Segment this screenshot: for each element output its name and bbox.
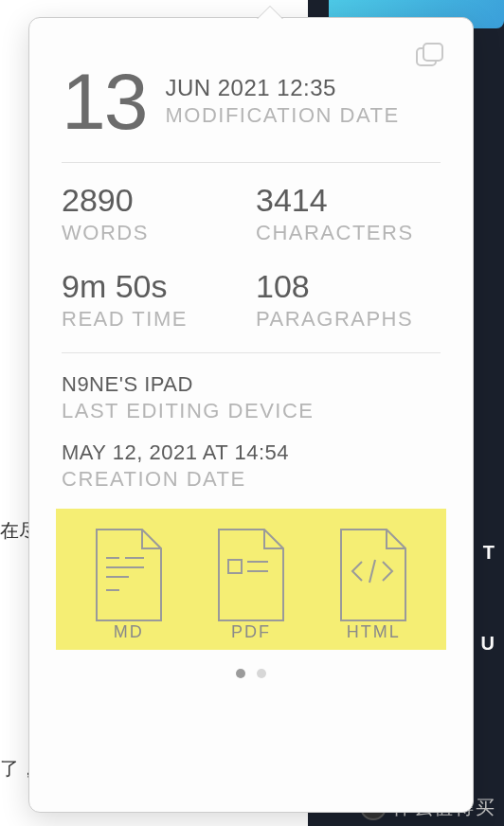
paragraphs-label: PARAGRAPHS xyxy=(256,307,441,332)
stat-paragraphs: 108 PARAGRAPHS xyxy=(256,268,441,332)
stats-grid: 2890 WORDS 3414 CHARACTERS 9m 50s READ T… xyxy=(62,182,441,332)
file-html-icon xyxy=(330,526,417,624)
editing-device-block: N9NE'S IPAD LAST EDITING DEVICE xyxy=(62,372,441,423)
bg-text-fragment: T xyxy=(483,542,495,564)
creation-date-block: MAY 12, 2021 AT 14:54 CREATION DATE xyxy=(62,440,441,492)
export-md-label: MD xyxy=(114,622,144,642)
editing-device-label: LAST EDITING DEVICE xyxy=(62,399,441,423)
divider xyxy=(62,162,441,163)
creation-date-value: MAY 12, 2021 AT 14:54 xyxy=(62,440,441,465)
characters-value: 3414 xyxy=(256,182,441,219)
export-strip: MD PDF HTML xyxy=(56,509,446,650)
read-time-label: READ TIME xyxy=(62,307,246,332)
words-value: 2890 xyxy=(62,182,246,219)
characters-label: CHARACTERS xyxy=(256,221,441,245)
page-indicator xyxy=(62,669,441,678)
file-md-icon xyxy=(85,526,172,624)
editing-device-value: N9NE'S IPAD xyxy=(62,372,441,397)
export-pdf-label: PDF xyxy=(231,622,271,642)
export-html-label: HTML xyxy=(347,622,401,642)
stat-words: 2890 WORDS xyxy=(62,182,246,245)
creation-date-label: CREATION DATE xyxy=(62,467,441,492)
modification-label: MODIFICATION DATE xyxy=(165,103,399,128)
export-html-button[interactable]: HTML xyxy=(330,526,417,642)
svg-rect-7 xyxy=(228,560,242,573)
info-popover: 13 JUN 2021 12:35 MODIFICATION DATE 2890… xyxy=(28,17,474,813)
modification-day: 13 xyxy=(62,62,146,141)
page-dot-1[interactable] xyxy=(236,669,245,678)
page-dot-2[interactable] xyxy=(257,669,266,678)
window-mode-icon[interactable] xyxy=(416,43,444,67)
svg-line-10 xyxy=(369,560,375,583)
read-time-value: 9m 50s xyxy=(62,268,246,305)
export-pdf-button[interactable]: PDF xyxy=(207,526,295,642)
svg-rect-1 xyxy=(423,44,442,61)
paragraphs-value: 108 xyxy=(256,268,441,305)
bg-text-fragment: U xyxy=(481,633,495,655)
stat-characters: 3414 CHARACTERS xyxy=(256,182,441,245)
file-pdf-icon xyxy=(207,526,295,624)
words-label: WORDS xyxy=(62,221,246,245)
modification-datetime: JUN 2021 12:35 xyxy=(165,75,399,101)
stat-read-time: 9m 50s READ TIME xyxy=(62,268,246,332)
export-md-button[interactable]: MD xyxy=(85,526,172,642)
modification-date-block: 13 JUN 2021 12:35 MODIFICATION DATE xyxy=(62,50,441,141)
divider xyxy=(62,352,441,353)
